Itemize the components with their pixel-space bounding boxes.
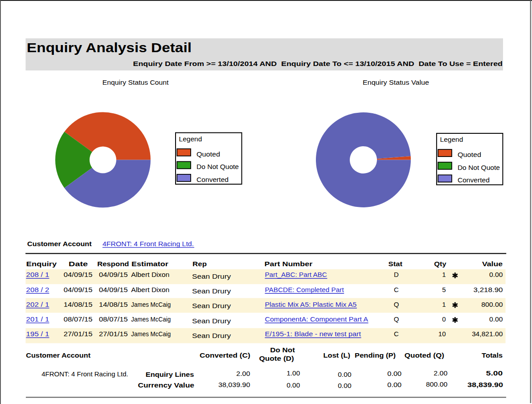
svg-text:Sean Drury: Sean Drury: [192, 317, 231, 325]
svg-text:10: 10: [438, 330, 446, 338]
svg-text:E/195-1: Blade - new test part: E/195-1: Blade - new test part: [265, 330, 361, 338]
svg-text:Part_ABC: Part ABC: Part_ABC: Part ABC: [265, 271, 327, 278]
svg-text:Pending (P): Pending (P): [355, 351, 396, 359]
svg-text:202 / 1: 202 / 1: [26, 301, 49, 308]
svg-text:Enquiry Lines: Enquiry Lines: [146, 371, 194, 378]
svg-text:0.00: 0.00: [489, 271, 503, 278]
svg-text:Respond: Respond: [97, 260, 129, 268]
svg-text:C: C: [394, 330, 399, 338]
svg-text:04/09/15: 04/09/15: [64, 286, 93, 293]
svg-text:Plastic Mix A5: Plastic Mix A5: Plastic Mix A5: Plastic Mix A5: [265, 301, 356, 308]
svg-text:800.00: 800.00: [481, 301, 503, 308]
svg-text:0.00: 0.00: [338, 371, 351, 378]
svg-text:Enquiry Status Count: Enquiry Status Count: [102, 79, 169, 86]
svg-text:ComponentA: Component Part A: ComponentA: Component Part A: [265, 315, 368, 323]
svg-text:Quoted: Quoted: [196, 151, 220, 158]
svg-text:Do Not Quote: Do Not Quote: [458, 164, 500, 171]
svg-text:0.00: 0.00: [387, 381, 401, 388]
svg-text:1.00: 1.00: [286, 369, 300, 377]
svg-text:3,218.90: 3,218.90: [474, 286, 503, 293]
svg-text:Quoted: Quoted: [458, 151, 481, 158]
svg-text:Stat: Stat: [389, 260, 403, 268]
svg-text:208 / 1: 208 / 1: [26, 271, 49, 278]
svg-text:PABCDE: Completed Part: PABCDE: Completed Part: [265, 286, 344, 293]
svg-text:Sean Drury: Sean Drury: [192, 332, 231, 339]
svg-text:James McCaig: James McCaig: [131, 301, 171, 308]
svg-text:08/07/15: 08/07/15: [64, 315, 93, 323]
svg-text:Sean Drury: Sean Drury: [192, 287, 231, 295]
svg-text:5: 5: [442, 286, 446, 293]
svg-text:0.00: 0.00: [338, 382, 351, 389]
svg-text:1: 1: [442, 301, 446, 308]
svg-text:2.00: 2.00: [434, 369, 447, 377]
svg-text:195 / 1: 195 / 1: [26, 330, 49, 338]
svg-text:Totals: Totals: [482, 351, 503, 359]
svg-text:38,039.90: 38,039.90: [218, 381, 250, 388]
svg-text:Legend: Legend: [179, 136, 202, 143]
svg-text:34,821.00: 34,821.00: [472, 330, 503, 338]
svg-text:38,839.90: 38,839.90: [467, 381, 503, 388]
svg-text:Q: Q: [394, 301, 399, 308]
svg-text:Estimator: Estimator: [131, 260, 168, 268]
svg-text:1: 1: [442, 271, 446, 278]
svg-text:James McCaig: James McCaig: [131, 315, 171, 323]
svg-text:Currency Value: Currency Value: [138, 381, 194, 389]
svg-text:James McCaig: James McCaig: [131, 330, 171, 338]
svg-text:Qty: Qty: [434, 260, 446, 268]
svg-text:2.00: 2.00: [236, 370, 250, 377]
svg-text:27/01/15: 27/01/15: [99, 330, 128, 338]
svg-text:08/07/15: 08/07/15: [99, 315, 128, 323]
svg-text:Quote (D): Quote (D): [259, 355, 294, 362]
svg-text:0: 0: [442, 315, 446, 323]
svg-text:Customer Account: Customer Account: [26, 351, 90, 359]
svg-text:04/09/15: 04/09/15: [99, 286, 128, 293]
svg-text:Lost (L): Lost (L): [323, 351, 351, 359]
svg-text:201 / 1: 201 / 1: [26, 315, 49, 323]
svg-text:Albert Dixon: Albert Dixon: [131, 286, 169, 293]
svg-text:D: D: [394, 271, 399, 278]
svg-text:5.00: 5.00: [486, 369, 503, 377]
svg-text:Enquiry Analysis Detail: Enquiry Analysis Detail: [27, 41, 192, 55]
svg-text:0.00: 0.00: [387, 370, 401, 377]
svg-text:Q: Q: [394, 315, 399, 323]
svg-text:Converted: Converted: [196, 176, 229, 183]
svg-text:Enquiry Date From >= 13/10/201: Enquiry Date From >= 13/10/2014 AND Enqu…: [133, 60, 503, 67]
svg-text:14/08/15: 14/08/15: [99, 301, 128, 308]
svg-text:Part Number: Part Number: [265, 260, 313, 268]
svg-text:4FRONT: 4 Front Racing Ltd.: 4FRONT: 4 Front Racing Ltd.: [41, 370, 128, 378]
svg-text:800.00: 800.00: [426, 380, 447, 388]
svg-text:Albert Dixon: Albert Dixon: [131, 271, 169, 278]
svg-text:C: C: [394, 286, 399, 293]
svg-text:0.00: 0.00: [489, 315, 503, 323]
svg-text:27/01/15: 27/01/15: [64, 330, 93, 338]
svg-text:04/09/15: 04/09/15: [64, 271, 93, 278]
svg-text:Legend: Legend: [440, 136, 463, 143]
svg-text:Rep: Rep: [192, 260, 207, 268]
svg-text:Value: Value: [482, 260, 503, 268]
svg-text:Sean Drury: Sean Drury: [192, 272, 231, 280]
svg-text:Enquiry Status Value: Enquiry Status Value: [363, 79, 429, 86]
svg-text:Customer Account: Customer Account: [27, 240, 92, 247]
svg-text:Converted (C): Converted (C): [200, 351, 250, 359]
svg-text:Sean Drury: Sean Drury: [192, 302, 231, 309]
svg-text:Do Not: Do Not: [270, 346, 295, 354]
svg-text:Enquiry: Enquiry: [26, 260, 57, 268]
svg-text:14/08/15: 14/08/15: [64, 301, 93, 308]
svg-text:4FRONT: 4 Front Racing Ltd.: 4FRONT: 4 Front Racing Ltd.: [102, 240, 194, 247]
svg-text:Do Not Quote: Do Not Quote: [196, 163, 239, 170]
svg-text:Quoted (Q): Quoted (Q): [405, 351, 444, 359]
svg-text:Date: Date: [69, 260, 88, 268]
svg-text:Converted: Converted: [458, 177, 490, 184]
svg-text:0.00: 0.00: [286, 381, 300, 389]
svg-text:04/09/15: 04/09/15: [99, 271, 128, 278]
svg-text:208 / 2: 208 / 2: [26, 286, 49, 293]
